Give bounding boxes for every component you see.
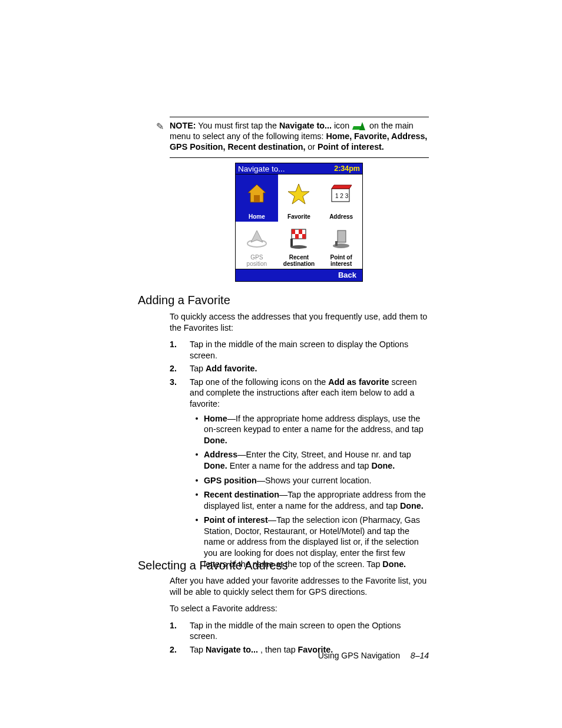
svg-rect-16 [335,241,338,246]
add-favorite-body: To quickly access the addresses that you… [170,311,429,575]
heading-selecting-favorite: Selecting a Favorite Address [138,559,288,572]
bullet-text: Recent destination—Tap the appropriate a… [204,489,429,511]
t: Tap [190,645,206,654]
t: Tap one of the following icons on the [190,377,328,387]
cell-home[interactable]: Home [236,174,278,222]
note-last-bold: Point of interest. [318,142,384,151]
bullet-text: Address—Enter the City, Street, and Hous… [204,449,429,471]
bullet-icon: • [190,489,204,511]
bullet-text: Home—If the appropriate home address dis… [204,413,429,446]
cell-home-label: Home [249,214,265,220]
note-label: NOTE: [170,121,196,130]
address-icon: 1 2 3 [329,174,353,214]
svg-rect-9 [299,229,302,234]
t: Add as favorite [328,377,389,387]
sel-p2: To select a Favorite address: [170,603,429,614]
sel-steps-list: 1. Tap in the middle of the main screen … [170,620,429,655]
bullet-list: •Home—If the appropriate home address di… [190,413,429,570]
t: Recent destination [204,490,279,499]
cell-address[interactable]: 1 2 3 Address [320,174,362,222]
t: Done. [400,501,424,510]
t: Navigate to... [206,645,258,654]
cell-recent-label-1: Recent [289,255,309,261]
t: , then tap [258,645,298,654]
poi-icon [329,222,353,255]
note-icon: ✎ [156,121,164,132]
footer-page-number: 8–14 [411,651,429,660]
device-grid: Home Favorite 1 2 3 Address GPS position [236,174,362,269]
step-text: Tap in the middle of the main screen to … [190,339,429,361]
bullet-icon: • [190,475,204,486]
t: —Shows your current location. [257,476,372,485]
list-item: 3. Tap one of the following icons on the… [170,377,429,573]
step-text: Tap in the middle of the main screen to … [190,620,429,642]
step-text: Tap Add favorite. [190,363,429,374]
cell-recent[interactable]: Recent destination [278,222,320,269]
device-time: 2:34pm [334,164,360,173]
step-number: 1. [170,339,190,361]
step-text: Tap one of the following icons on the Ad… [190,377,429,573]
svg-rect-1 [254,195,260,202]
t: Done. [382,559,406,569]
note-or: or [305,142,318,151]
svg-point-6 [247,240,266,247]
t: Done. [372,461,395,470]
svg-rect-12 [290,239,293,247]
cell-favorite-label: Favorite [287,214,310,220]
cell-address-label: Address [329,214,353,220]
t: Enter a name for the address and tap [227,461,372,470]
list-item: •Address—Enter the City, Street, and Hou… [190,449,429,471]
cell-poi-label-2: interest [330,261,352,268]
bullet-icon: • [190,413,204,446]
footer-title: Using GPS Navigation [318,651,400,660]
list-item: 2. Tap Add favorite. [170,363,429,374]
svg-text:1 2 3: 1 2 3 [335,193,349,199]
device-back-label: Back [338,271,356,279]
cell-gps[interactable]: GPS position [236,222,278,269]
svg-rect-10 [295,234,299,239]
svg-rect-11 [302,234,306,239]
svg-marker-2 [288,184,309,204]
note-text-2: icon [332,121,352,130]
svg-marker-4 [332,185,352,189]
t: Home [204,414,227,423]
t: Done. [204,436,227,445]
bullet-icon: • [190,449,204,471]
star-icon [287,174,310,214]
device-screenshot: Navigate to... 2:34pm Home Favorite 1 2 … [235,163,363,282]
note-cmd: Navigate to... [279,121,332,130]
svg-point-13 [290,245,307,249]
t: Address [204,450,237,459]
cell-gps-label-1: GPS [250,255,263,261]
t: Tap [190,364,206,373]
list-item: •Home—If the appropriate home address di… [190,413,429,446]
list-item: •Recent destination—Tap the appropriate … [190,489,429,511]
cell-poi[interactable]: Point of interest [320,222,362,269]
step-number: 2. [170,644,190,655]
step-number: 1. [170,620,190,642]
list-item: 1. Tap in the middle of the main screen … [170,620,429,642]
add-steps-list: 1. Tap in the middle of the main screen … [170,339,429,573]
navigate-arrow-icon [353,122,366,130]
t: —Enter the City, Street, and House nr. a… [237,450,411,459]
cell-favorite[interactable]: Favorite [278,174,320,222]
device-back-button[interactable]: Back [236,269,362,281]
step-number: 3. [170,377,190,573]
t: Add favorite. [206,364,257,373]
svg-rect-8 [292,229,295,234]
list-item: 1. Tap in the middle of the main screen … [170,339,429,361]
bullet-text: GPS position—Shows your current location… [204,475,429,486]
home-icon [246,174,268,214]
page: ✎ NOTE: You must first tap the Navigate … [0,0,562,728]
list-item: •GPS position—Shows your current locatio… [190,475,429,486]
select-favorite-body: After you have added your favorite addre… [170,575,429,657]
t: Point of interest [204,515,268,525]
heading-adding-favorite: Adding a Favorite [138,294,230,307]
note-block: NOTE: You must first tap the Navigate to… [170,117,429,158]
device-titlebar: Navigate to... 2:34pm [236,163,362,174]
device-title-text: Navigate to... [238,164,285,173]
t: GPS position [204,476,257,485]
cell-gps-label-2: position [247,261,267,268]
cell-recent-label-2: destination [283,261,315,268]
step-number: 2. [170,363,190,374]
